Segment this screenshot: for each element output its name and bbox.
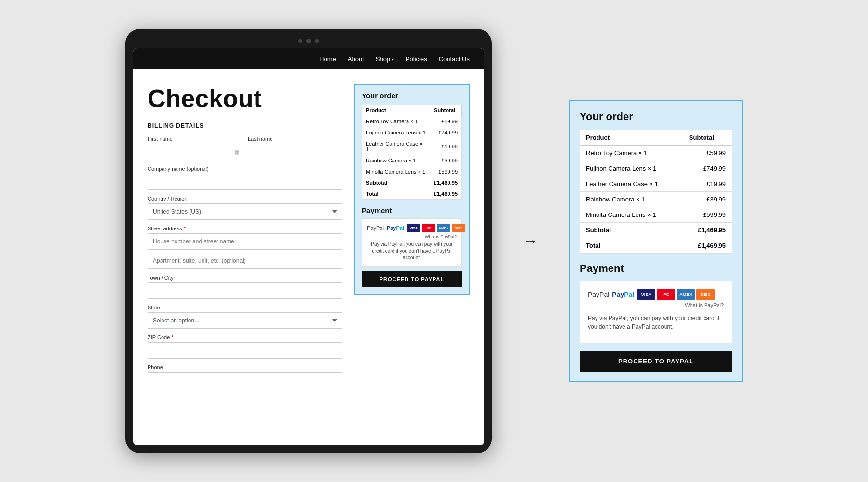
- first-name-input[interactable]: [148, 144, 242, 160]
- checkout-right: Your order Product Subtotal Retro Toy Ca…: [354, 84, 470, 436]
- order-title-right: Your order: [580, 110, 732, 123]
- table-row: Rainbow Camera × 1£39.99: [362, 155, 462, 166]
- order-table-tablet: Product Subtotal Retro Toy Camera × 1£59…: [362, 105, 462, 200]
- phone-group: Phone: [148, 364, 342, 388]
- nav-home[interactable]: Home: [319, 55, 336, 63]
- what-is-paypal-tablet[interactable]: What is PayPal?: [367, 234, 457, 239]
- town-group: Town / City: [148, 275, 342, 299]
- arrow-icon: →: [523, 232, 538, 250]
- page-title: Checkout: [148, 84, 342, 113]
- table-row: Leather Camera Case × 1£19.99: [362, 138, 462, 155]
- order-table-right: Product Subtotal Retro Toy Camera × 1£59…: [580, 130, 732, 254]
- nav-about[interactable]: About: [348, 55, 364, 63]
- order-title-tablet: Your order: [362, 92, 462, 100]
- product-cell: Rainbow Camera × 1: [362, 155, 430, 166]
- paypal-label-right: PayPal: [588, 291, 609, 298]
- total-label-tablet: Total: [362, 188, 430, 200]
- product-cell: Minolta Camera Lens × 1: [580, 207, 683, 223]
- zip-label: ZIP Code *: [148, 335, 342, 340]
- price-cell: £59.99: [683, 146, 732, 161]
- camera-dot-1: [298, 39, 302, 43]
- company-group: Company name (optional): [148, 166, 342, 190]
- country-select[interactable]: United States (US): [148, 203, 342, 220]
- street-input[interactable]: [148, 233, 342, 250]
- price-cell: £599.99: [683, 207, 732, 223]
- proceed-button-right[interactable]: PROCEED TO PAYPAL: [580, 351, 732, 372]
- visa-card-right: VISA: [637, 289, 655, 300]
- table-row: Leather Camera Case × 1£19.99: [580, 176, 732, 192]
- price-cell: £599.99: [430, 166, 462, 177]
- mc-card-tablet: MC: [422, 224, 435, 232]
- street2-input[interactable]: [148, 253, 342, 269]
- paypal-logo-right: PayPal: [612, 291, 634, 298]
- col-subtotal-tablet: Subtotal: [430, 105, 462, 116]
- payment-section-tablet: Payment PayPal PayPal VISA MC AMEX DISC: [362, 206, 462, 287]
- amex-card-tablet: AMEX: [437, 224, 450, 232]
- navigation: Home About Shop Policies Contact Us: [133, 48, 484, 69]
- product-cell: Leather Camera Case × 1: [362, 138, 430, 155]
- name-row: First name ▦ Last name: [148, 136, 342, 160]
- country-group: Country / Region United States (US): [148, 196, 342, 220]
- price-cell: £749.99: [683, 161, 732, 176]
- last-name-input[interactable]: [248, 144, 342, 160]
- col-product-right: Product: [580, 130, 683, 146]
- total-value-right: £1,469.95: [683, 238, 732, 254]
- first-name-input-wrapper: ▦: [148, 144, 242, 160]
- payment-title-tablet: Payment: [362, 206, 462, 214]
- nav-shop[interactable]: Shop: [376, 55, 394, 63]
- product-cell: Fujinon Camera Lens × 1: [580, 161, 683, 176]
- subtotal-value-tablet: £1,469.95: [430, 177, 462, 188]
- paypal-logo-tablet: PayPal: [387, 225, 404, 231]
- table-row: Minolta Camera Lens × 1£599.99: [580, 207, 732, 223]
- zip-group: ZIP Code *: [148, 335, 342, 359]
- company-label: Company name (optional): [148, 166, 342, 172]
- camera-dot-2: [306, 39, 311, 43]
- street-group: Street address *: [148, 226, 342, 250]
- state-label: State: [148, 305, 342, 310]
- paypal-label-tablet: PayPal: [367, 225, 384, 231]
- last-name-label: Last name: [248, 136, 342, 142]
- payment-box-tablet: PayPal PayPal VISA MC AMEX DISC What is …: [362, 218, 462, 267]
- right-panel: Your order Product Subtotal Retro Toy Ca…: [569, 100, 743, 382]
- price-cell: £39.99: [683, 192, 732, 207]
- arrow-container: →: [511, 232, 550, 250]
- col-product-tablet: Product: [362, 105, 430, 116]
- state-group: State Select an option...: [148, 305, 342, 329]
- first-name-label: First name: [148, 136, 242, 142]
- zip-input[interactable]: [148, 342, 342, 359]
- payment-box-right: PayPal PayPal VISA MC AMEX DISC What is …: [580, 281, 732, 343]
- state-select[interactable]: Select an option...: [148, 312, 342, 329]
- country-label: Country / Region: [148, 196, 342, 201]
- product-cell: Rainbow Camera × 1: [580, 192, 683, 207]
- disc-card-right: DISC: [696, 289, 715, 300]
- checkout-left: Checkout BILLING DETAILS First name ▦ La…: [148, 84, 342, 436]
- price-cell: £19.99: [430, 138, 462, 155]
- what-is-paypal-right[interactable]: What is PayPal?: [588, 302, 724, 308]
- tablet-device: Home About Shop Policies Contact Us Chec…: [125, 29, 492, 453]
- amex-card-right: AMEX: [677, 289, 695, 300]
- product-cell: Leather Camera Case × 1: [580, 176, 683, 192]
- table-row: Fujinon Camera Lens × 1£749.99: [580, 161, 732, 176]
- table-row: Retro Toy Camera × 1£59.99: [362, 116, 462, 127]
- nav-policies[interactable]: Policies: [406, 55, 427, 63]
- street2-group: [148, 253, 342, 269]
- table-row: Fujinon Camera Lens × 1£749.99: [362, 127, 462, 138]
- table-row: Minolta Camera Lens × 1£599.99: [362, 166, 462, 177]
- subtotal-label-right: Subtotal: [580, 223, 683, 238]
- checkout-body: Checkout BILLING DETAILS First name ▦ La…: [133, 69, 484, 445]
- proceed-button-tablet[interactable]: PROCEED TO PAYPAL: [362, 271, 462, 287]
- product-cell: Retro Toy Camera × 1: [362, 116, 430, 127]
- price-cell: £59.99: [430, 116, 462, 127]
- company-input[interactable]: [148, 174, 342, 190]
- total-value-tablet: £1,469.95: [430, 188, 462, 200]
- tablet-camera-bar: [133, 39, 484, 43]
- town-input[interactable]: [148, 282, 342, 299]
- payment-row-tablet: PayPal PayPal VISA MC AMEX DISC: [367, 224, 457, 232]
- phone-input[interactable]: [148, 372, 342, 388]
- product-cell: Fujinon Camera Lens × 1: [362, 127, 430, 138]
- billing-details-label: BILLING DETAILS: [148, 122, 342, 129]
- first-name-group: First name ▦: [148, 136, 242, 160]
- product-cell: Retro Toy Camera × 1: [580, 146, 683, 161]
- nav-contact[interactable]: Contact Us: [439, 55, 470, 63]
- subtotal-value-right: £1,469.95: [683, 223, 732, 238]
